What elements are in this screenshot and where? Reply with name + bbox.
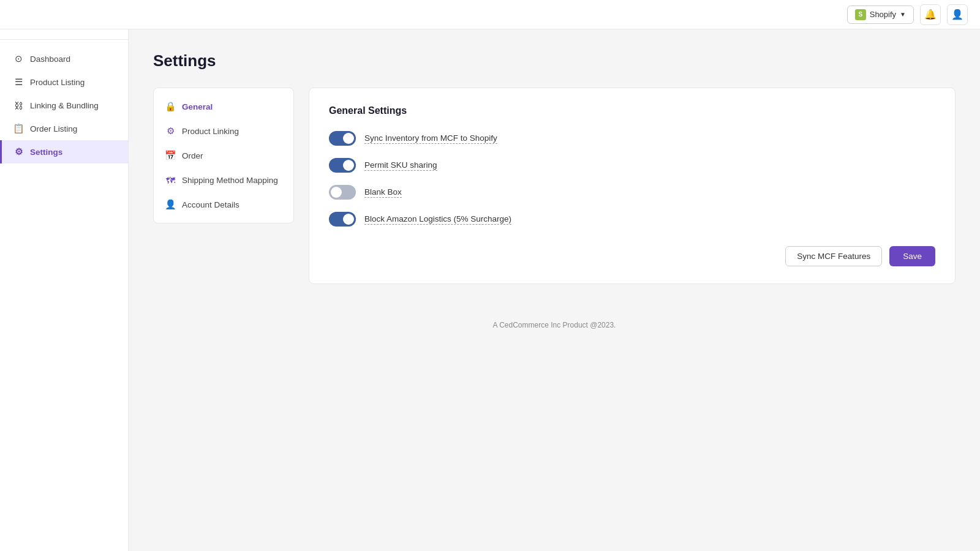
toggle-row-sync-inventory: Sync Inventory from MCF to Shopify (329, 131, 935, 146)
toggle-knob (331, 187, 342, 198)
sidebar-item-label: Dashboard (30, 54, 70, 64)
sidebar-item-linking-bundling[interactable]: ⛓ Linking & Bundling (0, 94, 128, 117)
sidebar-item-settings[interactable]: ⚙ Settings (0, 140, 128, 163)
sidebar: CED COMMERCE ⊙ Dashboard ☰ Product Listi… (0, 0, 129, 551)
product-listing-icon: ☰ (13, 77, 24, 88)
toggle-blank-box[interactable] (329, 185, 356, 200)
sidebar-item-order-listing[interactable]: 📋 Order Listing (0, 117, 128, 140)
toggle-knob (343, 133, 354, 144)
sync-mcf-features-button[interactable]: Sync MCF Features (785, 246, 882, 266)
dashboard-icon: ⊙ (13, 53, 24, 64)
toggle-block-amazon[interactable] (329, 212, 356, 227)
toggle-knob (343, 160, 354, 171)
sidebar-item-dashboard[interactable]: ⊙ Dashboard (0, 47, 128, 70)
settings-content-panel: General Settings Sync Inventory from MCF… (309, 88, 956, 284)
bell-icon: 🔔 (924, 9, 937, 20)
tab-shipping-method-mapping[interactable]: 🗺 Shipping Method Mapping (154, 168, 293, 192)
toggle-row-block-amazon: Block Amazon Logistics (5% Surcharge) (329, 212, 935, 227)
user-icon: 👤 (951, 9, 963, 20)
order-listing-icon: 📋 (13, 123, 24, 134)
tab-general[interactable]: 🔒 General (154, 94, 293, 119)
tab-account-details[interactable]: 👤 Account Details (154, 192, 293, 217)
toggle-label-block-amazon: Block Amazon Logistics (5% Surcharge) (364, 214, 511, 225)
toggle-knob (343, 214, 354, 225)
chevron-down-icon: ▼ (900, 11, 906, 18)
tab-label: Order (182, 151, 203, 160)
settings-icon: ⚙ (13, 146, 24, 157)
action-buttons: Sync MCF Features Save (329, 246, 935, 266)
shopify-label: Shopify (870, 10, 896, 19)
toggle-label-sync-inventory: Sync Inventory from MCF to Shopify (364, 133, 497, 144)
settings-tabs-panel: 🔒 General ⚙ Product Linking 📅 Order 🗺 Sh… (153, 88, 294, 223)
main-content: Settings 🔒 General ⚙ Product Linking 📅 O… (129, 29, 980, 551)
shopify-button[interactable]: S Shopify ▼ (847, 6, 914, 24)
tab-order[interactable]: 📅 Order (154, 143, 293, 168)
product-linking-tab-icon: ⚙ (165, 126, 176, 137)
sidebar-item-label: Linking & Bundling (30, 101, 99, 110)
tab-product-linking[interactable]: ⚙ Product Linking (154, 119, 293, 143)
toggle-sync-inventory[interactable] (329, 131, 356, 146)
tab-label: Shipping Method Mapping (182, 176, 278, 185)
sidebar-item-product-listing[interactable]: ☰ Product Listing (0, 70, 128, 94)
account-tab-icon: 👤 (165, 199, 176, 210)
user-button[interactable]: 👤 (947, 4, 968, 25)
footer: A CedCommerce Inc Product @2023. (153, 309, 956, 342)
shopify-icon: S (855, 9, 866, 20)
toggle-row-permit-sku: Permit SKU sharing (329, 158, 935, 173)
linking-bundling-icon: ⛓ (13, 100, 24, 111)
shipping-tab-icon: 🗺 (165, 174, 176, 186)
toggle-row-blank-box: Blank Box (329, 185, 935, 200)
toggle-label-permit-sku: Permit SKU sharing (364, 160, 437, 171)
toggle-permit-sku[interactable] (329, 158, 356, 173)
settings-layout: 🔒 General ⚙ Product Linking 📅 Order 🗺 Sh… (153, 88, 956, 284)
notification-button[interactable]: 🔔 (920, 4, 941, 25)
order-tab-icon: 📅 (165, 150, 176, 161)
nav: ⊙ Dashboard ☰ Product Listing ⛓ Linking … (0, 40, 128, 551)
tab-label: Account Details (182, 200, 239, 209)
sidebar-item-label: Product Listing (30, 78, 85, 87)
topbar: S Shopify ▼ 🔔 👤 (0, 0, 980, 29)
general-tab-icon: 🔒 (165, 101, 176, 112)
section-title: General Settings (329, 105, 935, 116)
tab-label: General (182, 102, 213, 111)
footer-text: A CedCommerce Inc Product @2023. (493, 321, 616, 329)
save-button[interactable]: Save (889, 246, 935, 266)
page-title: Settings (153, 51, 956, 70)
sidebar-item-label: Settings (30, 148, 62, 157)
tab-label: Product Linking (182, 127, 239, 136)
toggle-label-blank-box: Blank Box (364, 187, 402, 198)
sidebar-item-label: Order Listing (30, 124, 77, 133)
